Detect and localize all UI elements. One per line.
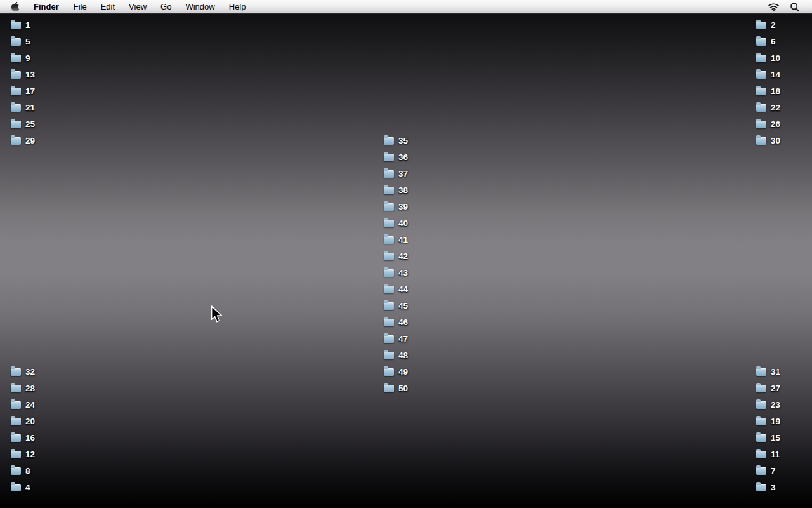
folder-label: 29 — [25, 136, 35, 145]
folder-label: 8 — [25, 466, 30, 476]
menu-item-window[interactable]: Window — [178, 0, 221, 14]
folder-label: 26 — [771, 119, 780, 129]
desktop-folder-50[interactable]: 50 — [384, 380, 408, 396]
desktop-folder-46[interactable]: 46 — [384, 314, 408, 330]
folder-label: 45 — [398, 301, 408, 311]
menu-item-view[interactable]: View — [122, 0, 154, 14]
menu-item-finder[interactable]: Finder — [27, 0, 67, 14]
folder-label: 46 — [398, 318, 408, 327]
folder-label: 28 — [25, 384, 35, 393]
desktop-folder-37[interactable]: 37 — [384, 165, 408, 182]
folder-icon — [384, 220, 394, 227]
folder-icon — [756, 137, 766, 145]
desktop-folder-3[interactable]: 3 — [756, 479, 776, 495]
folder-label: 18 — [771, 86, 780, 96]
desktop-folder-29[interactable]: 29 — [11, 132, 35, 149]
desktop-folder-31[interactable]: 31 — [756, 363, 780, 380]
menu-bar-status-area — [768, 0, 812, 14]
folder-icon — [756, 38, 766, 46]
desktop-folder-9[interactable]: 9 — [11, 50, 30, 66]
desktop-folder-2[interactable]: 2 — [756, 17, 776, 33]
desktop-folder-27[interactable]: 27 — [756, 380, 780, 396]
folder-label: 31 — [771, 367, 780, 377]
desktop-folder-23[interactable]: 23 — [756, 396, 780, 413]
desktop-folder-20[interactable]: 20 — [11, 413, 35, 429]
folder-label: 2 — [771, 20, 776, 30]
folder-icon — [11, 368, 21, 376]
folder-icon — [384, 137, 394, 145]
wifi-icon[interactable] — [768, 0, 780, 14]
desktop-folder-26[interactable]: 26 — [756, 116, 780, 132]
desktop-folder-24[interactable]: 24 — [11, 396, 35, 413]
desktop-folder-8[interactable]: 8 — [11, 462, 30, 479]
desktop-folder-47[interactable]: 47 — [384, 330, 408, 347]
desktop-folder-43[interactable]: 43 — [384, 264, 408, 281]
desktop-folder-12[interactable]: 12 — [11, 446, 35, 462]
desktop-folder-44[interactable]: 44 — [384, 281, 408, 297]
folder-icon — [756, 71, 766, 79]
folder-icon — [756, 55, 766, 62]
desktop-folder-49[interactable]: 49 — [384, 363, 408, 380]
folder-label: 19 — [771, 417, 780, 426]
folder-icon — [756, 484, 766, 491]
desktop-folder-48[interactable]: 48 — [384, 347, 408, 363]
desktop-folder-19[interactable]: 19 — [756, 413, 780, 429]
folder-icon — [11, 484, 21, 491]
desktop-folder-4[interactable]: 4 — [11, 479, 30, 495]
apple-logo-icon — [11, 1, 20, 12]
folder-icon — [384, 154, 394, 161]
folder-icon — [11, 467, 21, 475]
folder-icon — [11, 55, 21, 62]
folder-label: 17 — [25, 86, 35, 96]
desktop-folder-7[interactable]: 7 — [756, 462, 776, 479]
folder-label: 24 — [25, 400, 35, 410]
desktop-folder-32[interactable]: 32 — [11, 363, 35, 380]
folder-icon — [11, 401, 21, 409]
folder-label: 41 — [398, 235, 408, 244]
folder-icon — [384, 170, 394, 178]
desktop-folder-41[interactable]: 41 — [384, 231, 408, 248]
folder-label: 25 — [25, 119, 35, 129]
desktop-folder-15[interactable]: 15 — [756, 429, 780, 446]
folder-label: 20 — [25, 417, 35, 426]
folder-icon — [384, 319, 394, 326]
folder-icon — [11, 137, 21, 145]
desktop-folder-11[interactable]: 11 — [756, 446, 780, 462]
desktop-folder-1[interactable]: 1 — [11, 17, 30, 33]
desktop-folder-18[interactable]: 18 — [756, 83, 780, 99]
desktop-folder-35[interactable]: 35 — [384, 132, 408, 149]
desktop-folder-17[interactable]: 17 — [11, 83, 35, 99]
menu-item-go[interactable]: Go — [154, 0, 178, 14]
desktop-folder-22[interactable]: 22 — [756, 99, 780, 116]
folder-icon — [756, 104, 766, 112]
desktop-folder-13[interactable]: 13 — [11, 66, 35, 83]
folder-icon — [11, 88, 21, 95]
desktop-folder-45[interactable]: 45 — [384, 297, 408, 314]
desktop-folder-21[interactable]: 21 — [11, 99, 35, 116]
desktop-folder-10[interactable]: 10 — [756, 50, 780, 66]
desktop-folder-14[interactable]: 14 — [756, 66, 780, 83]
desktop-folder-39[interactable]: 39 — [384, 198, 408, 215]
desktop-folder-42[interactable]: 42 — [384, 248, 408, 264]
desktop-folder-36[interactable]: 36 — [384, 149, 408, 165]
desktop-folder-30[interactable]: 30 — [756, 132, 780, 149]
menu-item-help[interactable]: Help — [222, 0, 253, 14]
folder-label: 32 — [25, 367, 35, 377]
folder-label: 30 — [771, 136, 780, 145]
desktop-folder-38[interactable]: 38 — [384, 182, 408, 198]
folder-icon — [756, 401, 766, 409]
menu-item-edit[interactable]: Edit — [94, 0, 122, 14]
desktop-folder-16[interactable]: 16 — [11, 429, 35, 446]
menu-bar: Finder File Edit View Go Window Help — [0, 0, 812, 14]
folder-icon — [11, 451, 21, 458]
desktop-folder-25[interactable]: 25 — [11, 116, 35, 132]
desktop-folder-5[interactable]: 5 — [11, 33, 30, 50]
menu-item-file[interactable]: File — [67, 0, 94, 14]
spotlight-search-icon[interactable] — [790, 0, 799, 14]
apple-menu[interactable] — [0, 0, 27, 14]
folder-label: 14 — [771, 70, 780, 79]
desktop-folder-28[interactable]: 28 — [11, 380, 35, 396]
desktop-folder-40[interactable]: 40 — [384, 215, 408, 231]
folder-icon — [11, 71, 21, 79]
desktop-folder-6[interactable]: 6 — [756, 33, 776, 50]
